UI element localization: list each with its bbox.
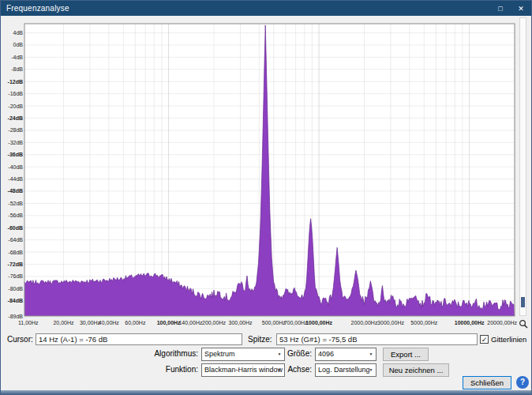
svg-text:200,00Hz: 200,00Hz [202, 320, 226, 325]
svg-text:-72dB: -72dB [8, 261, 23, 267]
svg-text:0dB: 0dB [13, 42, 24, 47]
svg-text:20,00Hz: 20,00Hz [53, 320, 74, 325]
svg-text:1000,00Hz: 1000,00Hz [305, 320, 332, 326]
redraw-button[interactable]: Neu zeichnen ... [383, 363, 449, 377]
svg-text:4dB: 4dB [13, 30, 24, 36]
svg-text:700,00Hz: 700,00Hz [284, 320, 308, 325]
maximize-icon[interactable]: □ [490, 1, 511, 16]
svg-text:2000,00Hz: 2000,00Hz [351, 320, 378, 325]
svg-text:11,00Hz: 11,00Hz [18, 320, 39, 325]
checkbox-check-icon[interactable]: ✓ [480, 335, 489, 344]
function-value: Blackman-Harris window [204, 366, 283, 374]
cursor-label: Cursor: [7, 333, 33, 345]
window-bottom-edge [1, 390, 531, 394]
svg-text:-4dB: -4dB [11, 55, 23, 60]
peak-label: Spitze: [248, 333, 272, 345]
svg-text:-48dB: -48dB [8, 188, 23, 194]
window-title: Frequenzanalyse [6, 4, 69, 13]
svg-text:40,00Hz: 40,00Hz [99, 320, 120, 325]
svg-text:-28dB: -28dB [8, 127, 23, 133]
svg-text:-76dB: -76dB [8, 273, 23, 279]
svg-text:-12dB: -12dB [8, 79, 23, 85]
svg-text:-68dB: -68dB [8, 250, 23, 255]
zoom-button[interactable] [517, 318, 529, 329]
svg-text:3000,00Hz: 3000,00Hz [377, 320, 404, 325]
frequency-analysis-window: Frequenzanalyse □ ✕ 4dB0dB-4dB-8dB-12dB-… [0, 0, 532, 395]
chevron-down-icon: ▼ [366, 364, 376, 376]
axis-value: Log. Darstellung [318, 366, 370, 374]
size-select[interactable]: 4096 ▼ [315, 348, 377, 361]
help-button[interactable]: ? [516, 376, 529, 389]
svg-text:-16dB: -16dB [8, 91, 23, 96]
function-select[interactable]: Blackman-Harris window ▼ [201, 363, 285, 377]
svg-text:-32dB: -32dB [8, 140, 23, 145]
svg-text:5000,00Hz: 5000,00Hz [410, 320, 437, 325]
svg-text:-40dB: -40dB [8, 164, 23, 170]
svg-text:-84dB: -84dB [8, 298, 23, 303]
svg-text:300,00Hz: 300,00Hz [229, 320, 253, 325]
titlebar-controls: □ ✕ [490, 1, 531, 16]
algorithm-value: Spektrum [204, 350, 235, 358]
cursor-readout: 14 Hz (A-1) = -76 dB [36, 333, 242, 345]
svg-text:20000,00Hz: 20000,00Hz [487, 320, 517, 325]
svg-text:-80dB: -80dB [8, 286, 23, 292]
svg-text:30,00Hz: 30,00Hz [80, 320, 101, 325]
svg-text:-56dB: -56dB [8, 213, 23, 218]
close-dialog-button[interactable]: Schließen [463, 376, 511, 389]
chevron-down-icon: ▼ [366, 348, 376, 360]
svg-text:-44dB: -44dB [8, 176, 23, 182]
size-value: 4096 [318, 350, 334, 358]
svg-text:500,00Hz: 500,00Hz [262, 320, 286, 325]
spectrum-plot[interactable]: 4dB0dB-4dB-8dB-12dB-16dB-20dB-24dB-28dB-… [3, 17, 518, 332]
magnifier-icon [519, 319, 528, 329]
close-icon[interactable]: ✕ [511, 1, 531, 16]
gridlines-checkbox[interactable]: ✓ Gitterlinien [480, 333, 526, 345]
svg-text:-20dB: -20dB [8, 103, 23, 109]
scrollbar-thumb[interactable] [521, 297, 525, 307]
size-label: Größe: [280, 348, 312, 359]
axis-label: Achse: [280, 363, 312, 375]
svg-text:-64dB: -64dB [8, 237, 23, 243]
svg-text:-60dB: -60dB [8, 225, 23, 231]
function-label: Funktion: [148, 363, 198, 375]
algorithm-select[interactable]: Spektrum ▼ [201, 348, 285, 361]
svg-text:60,00Hz: 60,00Hz [125, 320, 146, 325]
svg-text:-52dB: -52dB [8, 201, 23, 206]
svg-text:-24dB: -24dB [8, 115, 23, 121]
svg-text:-8dB: -8dB [11, 66, 23, 72]
svg-text:-89dB: -89dB [8, 314, 23, 319]
svg-text:140,00Hz: 140,00Hz [178, 320, 202, 325]
svg-text:-36dB: -36dB [8, 152, 23, 157]
vertical-scrollbar[interactable] [519, 17, 526, 316]
svg-text:100,00Hz: 100,00Hz [157, 320, 181, 326]
peak-readout: 53 Hz (G#1) = -75,5 dB [276, 333, 478, 345]
svg-text:10000,00Hz: 10000,00Hz [455, 320, 485, 326]
algorithm-label: Algorithmus: [148, 348, 198, 359]
export-button[interactable]: Export ... [383, 348, 429, 361]
gridlines-checkbox-label: Gitterlinien [491, 335, 526, 344]
titlebar: Frequenzanalyse □ ✕ [1, 1, 531, 16]
axis-select[interactable]: Log. Darstellung ▼ [315, 363, 377, 377]
